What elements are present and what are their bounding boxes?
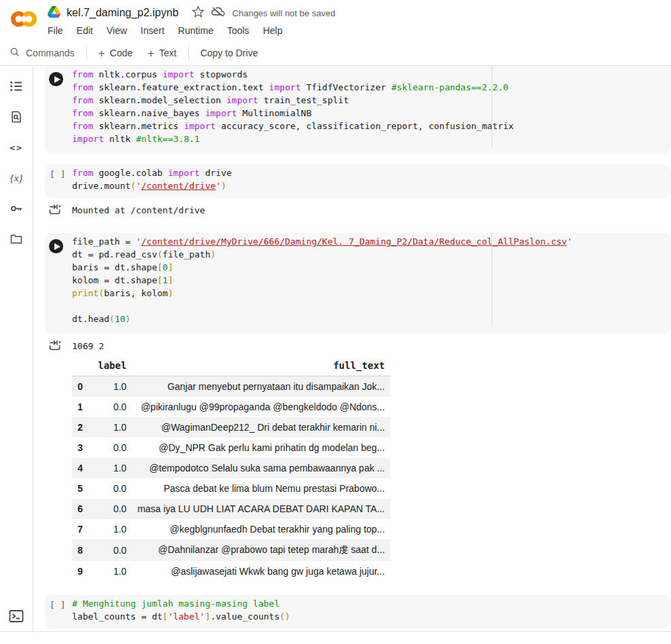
code-editor[interactable]: file_path = '/content/drive/MyDrive/666/… xyxy=(72,233,572,334)
cell-gutter xyxy=(45,233,72,334)
menu-insert[interactable]: Insert xyxy=(141,25,165,36)
toolbar-divider xyxy=(188,46,189,60)
run-cell-button[interactable] xyxy=(49,239,63,253)
dataframe-cell: 0.0 xyxy=(92,437,132,458)
code-editor[interactable]: from google.colab import drivedrive.moun… xyxy=(72,164,232,198)
menu-edit[interactable]: Edit xyxy=(77,25,93,36)
dataframe-cell: 0.0 xyxy=(92,397,132,417)
play-icon xyxy=(54,76,61,83)
notebook: from nltk.corpus import stopwordsfrom sk… xyxy=(45,66,671,628)
table-of-contents-icon[interactable] xyxy=(8,78,24,94)
code-editor[interactable]: # Menghitung jumlah masing-masing labell… xyxy=(72,595,290,628)
menu-bar: File Edit View Insert Runtime Tools Help xyxy=(48,20,335,36)
dataframe-cell: 1.0 xyxy=(92,458,132,478)
dataframe-cell: 5 xyxy=(72,478,92,499)
editor-guide-line xyxy=(492,233,492,327)
menu-help[interactable]: Help xyxy=(263,25,283,36)
menu-tools[interactable]: Tools xyxy=(227,25,250,36)
dataframe-row: 71.0@kegblgnunfaedh Debat terakhir yang … xyxy=(72,519,390,539)
dataframe-cell: 4 xyxy=(72,458,92,478)
dataframe-cell: 1 xyxy=(72,397,92,417)
dataframe-cell: 1.0 xyxy=(92,561,132,582)
dataframe-cell: masa iya LU UDH LIAT ACARA DEBAT DARI KA… xyxy=(132,499,390,519)
bottom-pane-divider xyxy=(0,631,671,644)
dataframe-column-header: full_text xyxy=(132,356,390,376)
menu-runtime[interactable]: Runtime xyxy=(178,25,213,36)
terminal-icon[interactable] xyxy=(8,608,24,624)
cell-gutter: [ ] xyxy=(45,595,72,628)
colab-window: kel.7_daming_p2.ipynb Changes will not b… xyxy=(0,0,671,644)
plus-icon: + xyxy=(148,48,154,59)
dataframe-cell: 0.0 xyxy=(92,539,132,561)
secrets-icon[interactable] xyxy=(8,200,24,217)
dataframe-cell: @kegblgnunfaedh Debat terakhir yang pali… xyxy=(132,519,390,539)
code-cell-imports[interactable]: from nltk.corpus import stopwordsfrom sk… xyxy=(45,66,671,154)
star-icon[interactable] xyxy=(192,5,205,21)
dataframe-cell: 2 xyxy=(72,417,92,437)
dataframe-cell: 9 xyxy=(72,561,92,582)
execution-count-placeholder: [ ] xyxy=(45,595,72,610)
output-icon[interactable] xyxy=(45,202,72,218)
code-cell-load-csv[interactable]: file_path = '/content/drive/MyDrive/666/… xyxy=(45,233,671,334)
dataframe-cell: @Dy_NPR Gak perlu kami prihatin dg model… xyxy=(132,437,390,458)
notebook-area: from nltk.corpus import stopwordsfrom sk… xyxy=(33,66,671,644)
header: kel.7_daming_p2.ipynb Changes will not b… xyxy=(0,0,671,41)
colab-logo-icon[interactable] xyxy=(10,0,39,41)
execution-count-placeholder: [ ] xyxy=(45,164,72,179)
add-text-button[interactable]: + Text xyxy=(148,48,177,59)
find-and-replace-icon[interactable] xyxy=(8,109,24,125)
toolbar: Commands + Code + Text Copy to Drive xyxy=(0,41,671,66)
save-status-text: Changes will not be saved xyxy=(233,8,336,18)
cell-output: 1069 2labelfull_text01.0Ganjar menyebut … xyxy=(45,338,671,582)
plus-icon: + xyxy=(99,48,105,59)
dataframe-cell: @Dahnilanzar @prabowo tapi tetep marah虔 … xyxy=(132,539,390,561)
dataframe-row: 60.0masa iya LU UDH LIAT ACARA DEBAT DAR… xyxy=(72,499,390,519)
dataframe-cell: 1.0 xyxy=(92,417,132,437)
copy-to-drive-button[interactable]: Copy to Drive xyxy=(201,48,258,58)
editor-guide-line xyxy=(492,66,492,147)
dataframe-cell: @tempodotco Selalu suka sama pembawaanny… xyxy=(132,458,390,478)
dataframe-cell: 7 xyxy=(72,519,92,539)
dataframe-cell: 0 xyxy=(72,376,92,397)
drive-icon xyxy=(48,6,61,20)
dataframe-row: 91.0@aslijawasejati Wkwk bang gw juga ke… xyxy=(72,561,390,582)
left-sidebar: <> {x} xyxy=(0,66,33,644)
dataframe-row: 30.0@Dy_NPR Gak perlu kami prihatin dg m… xyxy=(72,437,390,458)
notebook-title[interactable]: kel.7_daming_p2.ipynb xyxy=(67,7,179,19)
dataframe-cell: 0.0 xyxy=(92,478,132,499)
cell-output: Mounted at /content/drive xyxy=(45,202,671,218)
variables-icon[interactable]: {x} xyxy=(8,170,24,186)
add-code-button[interactable]: + Code xyxy=(99,48,133,59)
code-cell-count-labels[interactable]: [ ]# Menghitung jumlah masing-masing lab… xyxy=(45,595,671,628)
dataframe-row: 50.0Pasca debat ke lima blum Nemu presta… xyxy=(72,478,390,499)
dataframe-cell: @aslijawasejati Wkwk bang gw juga ketawa… xyxy=(132,561,390,582)
dataframe-cell: 1.0 xyxy=(92,519,132,539)
menu-view[interactable]: View xyxy=(107,25,127,36)
dataframe-cell: 6 xyxy=(72,499,92,519)
dataframe-row: 01.0Ganjar menyebut pernyataan itu disam… xyxy=(72,376,390,397)
code-snippets-icon[interactable]: <> xyxy=(8,139,24,156)
search-icon xyxy=(10,47,20,60)
files-icon[interactable] xyxy=(8,231,24,247)
cell-gutter xyxy=(45,66,72,154)
menu-file[interactable]: File xyxy=(48,25,63,36)
output-text: Mounted at /content/drive xyxy=(72,204,205,217)
dataframe-cell: @WagimanDeep212_ Dri debat terakhir kema… xyxy=(132,417,390,437)
dataframe-cell: 1.0 xyxy=(92,376,132,397)
dataframe-row: 10.0@pikiranlugu @99propaganda @bengkeld… xyxy=(72,397,390,417)
dataframe-column-header: label xyxy=(92,356,132,376)
dataframe-cell: 3 xyxy=(72,437,92,458)
toolbar-divider xyxy=(86,46,87,60)
cloud-off-icon xyxy=(211,5,225,22)
commands-button[interactable]: Commands xyxy=(10,47,75,60)
run-cell-button[interactable] xyxy=(49,72,63,86)
dataframe-row: 41.0@tempodotco Selalu suka sama pembawa… xyxy=(72,458,390,478)
play-icon xyxy=(54,243,61,250)
dataframe-table: labelfull_text01.0Ganjar menyebut pernya… xyxy=(72,356,390,582)
dataframe-cell: Ganjar menyebut pernyataan itu disampaik… xyxy=(132,376,390,397)
code-cell-mount-drive[interactable]: [ ]from google.colab import drivedrive.m… xyxy=(45,164,671,198)
cell-gutter: [ ] xyxy=(45,164,72,198)
code-editor[interactable]: from nltk.corpus import stopwordsfrom sk… xyxy=(72,66,514,154)
output-icon[interactable] xyxy=(45,338,72,582)
dataframe-cell: Pasca debat ke lima blum Nemu prestasi P… xyxy=(132,478,390,499)
